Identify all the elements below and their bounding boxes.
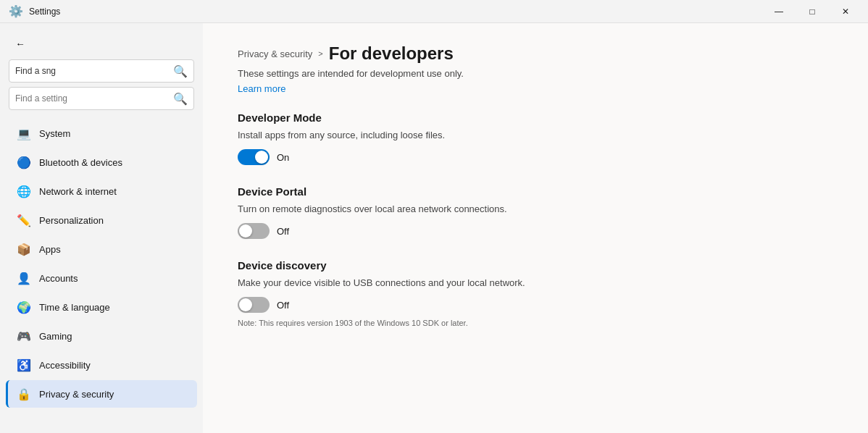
app-icon: ⚙️: [9, 4, 23, 18]
sidebar-item-label: Network & internet: [39, 186, 117, 197]
sidebar-item-bluetooth[interactable]: 🔵 Bluetooth & devices: [6, 148, 197, 176]
device-portal-title: Device Portal: [238, 185, 833, 198]
device-discovery-toggle-label: Off: [277, 300, 289, 311]
section-developer-mode: Developer Mode Install apps from any sou…: [238, 112, 833, 165]
sidebar-item-label: Bluetooth & devices: [39, 157, 122, 168]
sidebar-item-label: Accessibility: [39, 360, 91, 371]
breadcrumb-current-page: For developers: [329, 43, 454, 64]
device-discovery-thumb: [239, 298, 252, 311]
back-icon: ←: [15, 38, 25, 49]
sidebar-item-network[interactable]: 🌐 Network & internet: [6, 177, 197, 205]
device-portal-description: Turn on remote diagnostics over local ar…: [238, 203, 833, 214]
developer-mode-toggle[interactable]: [238, 149, 270, 165]
find-setting-input[interactable]: [15, 93, 169, 104]
device-portal-track: [238, 223, 270, 239]
developer-mode-toggle-label: On: [277, 152, 289, 163]
developer-mode-track: [238, 149, 270, 165]
snapped-search-box[interactable]: 🔍: [9, 59, 194, 83]
sidebar-item-gaming[interactable]: 🎮 Gaming: [6, 322, 197, 350]
gaming-icon: 🎮: [17, 329, 30, 342]
device-portal-toggle[interactable]: [238, 223, 270, 239]
developer-mode-title: Developer Mode: [238, 112, 833, 124]
breadcrumb: Privacy & security > For developers: [238, 43, 833, 64]
device-discovery-toggle[interactable]: [238, 297, 270, 313]
section-device-discovery: Device discovery Make your device visibl…: [238, 259, 833, 327]
device-discovery-toggle-row: Off: [238, 297, 833, 313]
developer-mode-thumb: [255, 151, 268, 164]
content-area: Privacy & security > For developers Thes…: [203, 23, 868, 433]
device-portal-thumb: [239, 224, 252, 237]
accounts-icon: 👤: [17, 272, 30, 285]
bottom-note: Note: This requires version 1903 of the …: [238, 319, 833, 327]
title-bar-left: ⚙️ Settings: [9, 4, 60, 18]
sidebar-item-label: Gaming: [39, 331, 72, 342]
time-icon: 🌍: [17, 300, 30, 314]
search-icon: 🔍: [173, 64, 188, 78]
device-discovery-description: Make your device visible to USB connecti…: [238, 277, 833, 288]
sidebar: ← 🔍 🔍 💻 System 🔵 Bluetooth & devices: [0, 23, 203, 433]
breadcrumb-arrow: >: [318, 49, 322, 58]
title-bar: ⚙️ Settings — □ ✕: [0, 0, 868, 23]
find-icon: 🔍: [173, 92, 188, 106]
device-discovery-track: [238, 297, 270, 313]
sidebar-item-label: Time & language: [39, 302, 110, 313]
sidebar-top: ← 🔍 🔍: [0, 29, 203, 116]
sidebar-item-accounts[interactable]: 👤 Accounts: [6, 264, 197, 292]
maximize-button[interactable]: □: [796, 0, 829, 23]
sidebar-item-time[interactable]: 🌍 Time & language: [6, 293, 197, 321]
sidebar-item-system[interactable]: 💻 System: [6, 119, 197, 147]
page-description: These settings are intended for developm…: [238, 68, 833, 79]
bluetooth-icon: 🔵: [17, 156, 30, 169]
sidebar-item-privacy[interactable]: 🔒 Privacy & security: [6, 380, 197, 408]
minimize-button[interactable]: —: [762, 0, 796, 23]
back-button[interactable]: ←: [9, 32, 32, 55]
network-icon: 🌐: [17, 185, 30, 198]
sidebar-item-label: Privacy & security: [39, 389, 114, 400]
developer-mode-toggle-row: On: [238, 149, 833, 165]
find-setting-box[interactable]: 🔍: [9, 87, 194, 110]
privacy-icon: 🔒: [17, 387, 30, 400]
sidebar-item-label: Accounts: [39, 273, 78, 284]
sidebar-item-apps[interactable]: 📦 Apps: [6, 235, 197, 263]
accessibility-icon: ♿: [17, 358, 30, 371]
device-discovery-title: Device discovery: [238, 259, 833, 272]
section-device-portal: Device Portal Turn on remote diagnostics…: [238, 185, 833, 239]
sidebar-item-label: Personalization: [39, 215, 104, 226]
close-button[interactable]: ✕: [829, 0, 862, 23]
device-portal-toggle-row: Off: [238, 223, 833, 239]
title-bar-controls: — □ ✕: [762, 0, 862, 23]
sidebar-item-label: Apps: [39, 244, 61, 255]
learn-more-link[interactable]: Learn more: [238, 83, 285, 94]
main-layout: ← 🔍 🔍 💻 System 🔵 Bluetooth & devices: [0, 23, 868, 433]
developer-mode-description: Install apps from any source, including …: [238, 130, 833, 140]
sidebar-item-accessibility[interactable]: ♿ Accessibility: [6, 351, 197, 379]
snapped-search-input[interactable]: [15, 66, 169, 76]
apps-icon: 📦: [17, 243, 30, 256]
breadcrumb-parent: Privacy & security: [238, 49, 312, 59]
sidebar-nav: 💻 System 🔵 Bluetooth & devices 🌐 Network…: [0, 116, 203, 411]
device-portal-toggle-label: Off: [277, 226, 289, 237]
sidebar-item-personalization[interactable]: ✏️ Personalization: [6, 206, 197, 234]
system-icon: 💻: [17, 127, 30, 140]
personalization-icon: ✏️: [17, 214, 30, 227]
sidebar-item-label: System: [39, 128, 70, 139]
app-title: Settings: [29, 7, 60, 17]
